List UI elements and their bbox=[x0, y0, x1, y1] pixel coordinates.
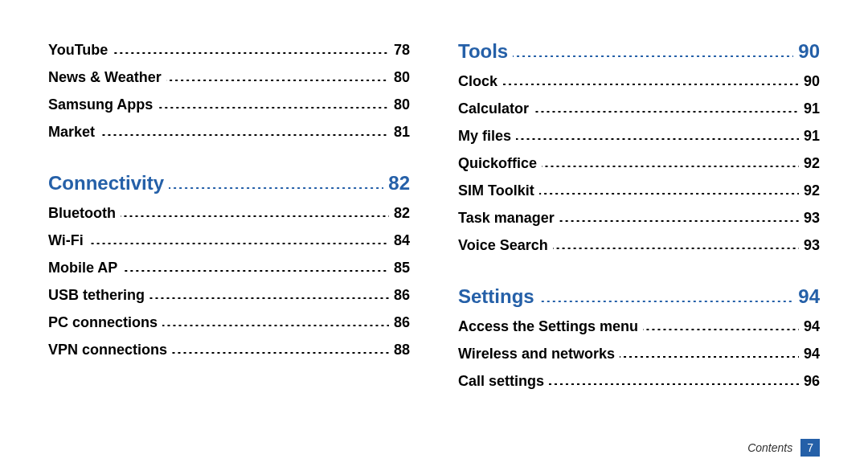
toc-right-column: Tools90Clock90Calculator91My files91Quic… bbox=[458, 40, 820, 399]
toc-leader-dots bbox=[542, 154, 799, 168]
toc-entry-label: Connectivity bbox=[48, 172, 164, 195]
page-footer: Contents 7 bbox=[747, 439, 820, 457]
toc-entry-label: Calculator bbox=[458, 100, 529, 117]
toc-entry-label: Call settings bbox=[458, 373, 544, 390]
toc-entry-label: SIM Toolkit bbox=[458, 182, 534, 199]
toc-leader-dots bbox=[502, 72, 799, 86]
toc-entry-label: Quickoffice bbox=[458, 155, 537, 172]
toc-leader-dots bbox=[513, 43, 793, 58]
toc-entry-page: 81 bbox=[394, 124, 410, 141]
toc-leader-dots bbox=[559, 208, 799, 223]
toc-leader-dots bbox=[539, 181, 799, 195]
toc-leader-dots bbox=[113, 40, 389, 55]
toc-leader-dots bbox=[158, 95, 389, 109]
toc-entry-page: 91 bbox=[804, 128, 820, 145]
toc-entry-page: 94 bbox=[798, 285, 820, 308]
toc-entry-page: 94 bbox=[804, 346, 820, 362]
toc-item[interactable]: Mobile AP85 bbox=[48, 258, 410, 276]
toc-leader-dots bbox=[534, 99, 799, 113]
toc-entry-label: Clock bbox=[458, 73, 497, 90]
toc-entry-label: My files bbox=[458, 128, 511, 145]
toc-heading[interactable]: Connectivity82 bbox=[48, 172, 410, 195]
toc-item[interactable]: SIM Toolkit92 bbox=[458, 181, 820, 199]
toc-entry-label: Wi-Fi bbox=[48, 232, 84, 249]
toc-item[interactable]: Quickoffice92 bbox=[458, 154, 820, 172]
toc-item[interactable]: Task manager93 bbox=[458, 208, 820, 227]
toc-entry-page: 96 bbox=[804, 373, 820, 390]
toc-entry-page: 84 bbox=[394, 232, 410, 249]
toc-heading[interactable]: Settings94 bbox=[458, 285, 820, 308]
toc-item[interactable]: Calculator91 bbox=[458, 99, 820, 117]
toc-entry-page: 86 bbox=[394, 314, 410, 331]
toc-leader-dots bbox=[122, 258, 389, 272]
toc-entry-page: 78 bbox=[394, 42, 410, 59]
toc-entry-page: 80 bbox=[394, 96, 410, 113]
toc-item[interactable]: Wireless and networks94 bbox=[458, 344, 820, 362]
toc-leader-dots bbox=[121, 203, 389, 218]
toc-leader-dots bbox=[88, 231, 389, 245]
toc-columns: YouTube78News & Weather80Samsung Apps80M… bbox=[48, 40, 820, 399]
toc-entry-page: 90 bbox=[804, 73, 820, 90]
footer-page-number: 7 bbox=[800, 439, 820, 457]
toc-entry-label: Voice Search bbox=[458, 237, 548, 254]
toc-item[interactable]: Market81 bbox=[48, 122, 410, 141]
toc-item[interactable]: News & Weather80 bbox=[48, 68, 410, 86]
toc-leader-dots bbox=[100, 122, 389, 137]
toc-entry-label: Samsung Apps bbox=[48, 96, 153, 113]
toc-item[interactable]: USB tethering86 bbox=[48, 285, 410, 304]
toc-entry-page: 91 bbox=[804, 100, 820, 117]
toc-leader-dots bbox=[169, 175, 383, 190]
toc-entry-page: 82 bbox=[388, 172, 410, 195]
toc-entry-label: YouTube bbox=[48, 42, 108, 59]
toc-item[interactable]: Samsung Apps80 bbox=[48, 95, 410, 113]
toc-entry-page: 86 bbox=[394, 287, 410, 304]
toc-leader-dots bbox=[643, 317, 799, 331]
toc-item[interactable]: PC connections86 bbox=[48, 313, 410, 331]
toc-entry-label: PC connections bbox=[48, 314, 158, 331]
toc-entry-page: 82 bbox=[394, 205, 410, 222]
toc-entry-page: 90 bbox=[798, 40, 820, 63]
toc-leader-dots bbox=[553, 236, 799, 250]
toc-entry-label: News & Weather bbox=[48, 69, 162, 86]
toc-entry-label: VPN connections bbox=[48, 342, 167, 358]
toc-entry-page: 93 bbox=[804, 237, 820, 254]
toc-entry-page: 93 bbox=[804, 210, 820, 227]
toc-entry-label: USB tethering bbox=[48, 287, 145, 304]
footer-section-label: Contents bbox=[747, 441, 792, 454]
toc-heading[interactable]: Tools90 bbox=[458, 40, 820, 63]
toc-left-column: YouTube78News & Weather80Samsung Apps80M… bbox=[48, 40, 410, 399]
toc-leader-dots bbox=[516, 126, 799, 141]
toc-entry-label: Wireless and networks bbox=[458, 346, 615, 362]
toc-item[interactable]: Access the Settings menu94 bbox=[458, 317, 820, 335]
toc-leader-dots bbox=[172, 340, 389, 354]
toc-leader-dots bbox=[162, 313, 389, 327]
toc-entry-page: 85 bbox=[394, 260, 410, 276]
toc-leader-dots bbox=[620, 344, 799, 358]
toc-entry-label: Tools bbox=[458, 40, 508, 63]
toc-leader-dots bbox=[549, 371, 799, 386]
toc-item[interactable]: VPN connections88 bbox=[48, 340, 410, 358]
toc-item[interactable]: My files91 bbox=[458, 126, 820, 145]
toc-leader-dots bbox=[166, 68, 389, 82]
toc-item[interactable]: Call settings96 bbox=[458, 371, 820, 390]
toc-entry-page: 94 bbox=[804, 318, 820, 335]
toc-entry-page: 92 bbox=[804, 182, 820, 199]
toc-item[interactable]: YouTube78 bbox=[48, 40, 410, 59]
toc-entry-label: Settings bbox=[458, 285, 534, 308]
toc-item[interactable]: Wi-Fi84 bbox=[48, 231, 410, 249]
toc-entry-label: Access the Settings menu bbox=[458, 318, 638, 335]
toc-entry-label: Task manager bbox=[458, 210, 555, 227]
toc-item[interactable]: Bluetooth82 bbox=[48, 203, 410, 222]
toc-entry-label: Mobile AP bbox=[48, 260, 117, 276]
toc-leader-dots bbox=[539, 289, 794, 303]
toc-entry-page: 80 bbox=[394, 69, 410, 86]
toc-leader-dots bbox=[149, 285, 389, 300]
toc-item[interactable]: Voice Search93 bbox=[458, 236, 820, 254]
toc-entry-label: Market bbox=[48, 124, 95, 141]
toc-entry-page: 92 bbox=[804, 155, 820, 172]
toc-item[interactable]: Clock90 bbox=[458, 72, 820, 90]
toc-entry-page: 88 bbox=[394, 342, 410, 358]
toc-entry-label: Bluetooth bbox=[48, 205, 116, 222]
